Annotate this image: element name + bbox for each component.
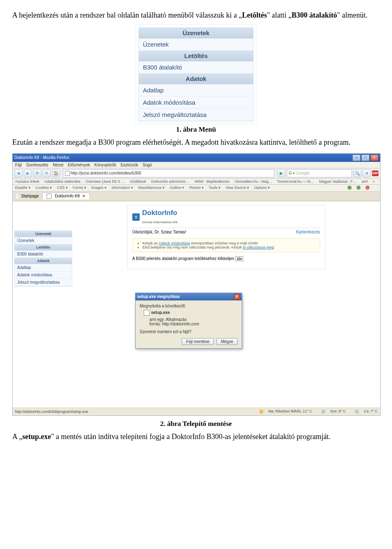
text-bold: Letöltés [242, 11, 267, 19]
text: A „ [12, 432, 22, 441]
bookmark-item[interactable]: Magyar Vadászat - F… [319, 179, 356, 184]
logo-row: ≡ DoktorInfo Orvosi Információs Kft. [132, 209, 320, 228]
sidebar-header-uzenetek: Üzenetek [15, 231, 72, 237]
check-ok-icon [356, 186, 361, 190]
dialog-titlebar: setup.exe megnyitása ✕ [136, 293, 242, 300]
para-menu-select: A bejelentkezés után a rendszer bal olda… [12, 11, 380, 20]
check-error-icon [365, 186, 370, 190]
window-maximize-button[interactable]: □ [361, 155, 370, 161]
tab-bar: 📄 Startpage DoktorInfo Kft ✕ [13, 192, 380, 201]
menu-item-adatok-modositasa[interactable]: Adatok módosítása [139, 96, 253, 109]
dialog-question: Szeretné menteni ezt a fájlt? [140, 329, 238, 334]
menu-header-letoltes: Letöltés [139, 51, 253, 61]
sidebar-item-jelszo[interactable]: Jelszó megváltoztatása [15, 279, 72, 286]
url-text: http://jozsi.doktorinfo.com/letoltes/b30… [71, 171, 141, 175]
dialog-title: setup.exe megnyitása [137, 294, 180, 299]
devbar-images[interactable]: Images ▾ [91, 186, 107, 190]
sidebar-item-adatok-modositasa[interactable]: Adatok módosítása [15, 271, 72, 279]
logout-link[interactable]: Kijelentkezés [296, 230, 320, 234]
devbar-viewsource[interactable]: View Source ▾ [225, 186, 249, 190]
bookmarks-toolbar: Asztalos linkek Adatküldési statisztika … [13, 179, 380, 185]
menu-item-uzenetek[interactable]: Üzenetek [139, 38, 253, 51]
window-title: DoktorInfo Kft - Mozilla Firefox [14, 155, 69, 160]
bookmark-item[interactable]: Torrent.eval.hu — M… [277, 179, 314, 184]
bookmark-item[interactable]: Adatküldési statisztika [45, 179, 81, 184]
notice-link-password[interactable]: itt változtassa meg! [243, 245, 274, 249]
download-instruction: A B300 jelentés átalakító program letölt… [132, 256, 320, 261]
devbar-outline[interactable]: Outline ▾ [169, 186, 184, 190]
search-input[interactable]: G ▾ Google [287, 169, 352, 177]
sun-icon [259, 410, 263, 414]
sidebar-item-adatlap[interactable]: Adatlap [15, 264, 72, 271]
menu-header-adatok: Adatok [139, 74, 253, 84]
search-button[interactable]: 🔍 [353, 169, 361, 177]
devbar-resize[interactable]: Resize ▾ [189, 186, 204, 190]
downloads-button[interactable]: ▾ [363, 169, 371, 177]
menu-item-jelszo[interactable]: Jelszó megváltoztatása [139, 109, 253, 121]
status-link: http://doktorinfo.com/b300program/setup.… [15, 410, 88, 414]
dialog-close-button[interactable]: ✕ [234, 294, 240, 300]
window-titlebar: DoktorInfo Kft - Mozilla Firefox ‒ □ × [13, 154, 380, 162]
dialog-filename: setup.exe [151, 310, 170, 315]
bookmark-item[interactable]: Útvonalterv.hu - Mag… [235, 179, 272, 184]
weather-wed: Sze: 8° C [317, 409, 346, 413]
window-close-button[interactable]: × [370, 155, 379, 161]
greeting-row: Üdvözöljük, Dr. Szász Tamás! Kijelentkez… [132, 230, 320, 234]
window-minimize-button[interactable]: ‒ [352, 155, 361, 161]
adblock-icon[interactable]: ABP [372, 170, 379, 176]
sidebar-item-uzenetek[interactable]: Üzenetek [15, 237, 72, 244]
figure-menu: Üzenetek Üzenetek Letöltés B300 átalakít… [138, 27, 254, 121]
save-file-button[interactable]: Fájl mentése [182, 338, 214, 345]
bookmark-item[interactable]: IWiW - Bejelentkezés [195, 179, 230, 184]
devbar-forms[interactable]: Forms ▾ [73, 186, 86, 190]
bookmark-item[interactable]: Overview (Java EE 5 … [86, 179, 125, 184]
startpage-button[interactable]: 📄 Startpage [15, 194, 39, 198]
main-panel: ≡ DoktorInfo Orvosi Információs Kft. Üdv… [127, 205, 325, 269]
weather-today: Ma: Részben felhős, 11° C [255, 409, 312, 413]
caption-figure-1: 1. ábra Menü [12, 125, 380, 134]
notice-line-2: Első belépése óta még nem változtatta me… [143, 245, 316, 249]
forward-button[interactable]: ► [24, 169, 32, 177]
logo-text: DoktorInfo [142, 209, 177, 217]
devbar-options[interactable]: Options ▾ [254, 186, 270, 190]
download-link-ide[interactable]: ide [235, 256, 243, 261]
devbar-misc[interactable]: Miscellaneous ▾ [138, 186, 165, 190]
sidebar-item-b300[interactable]: B300 átalakító [15, 251, 72, 258]
url-input[interactable]: http://jozsi.doktorinfo.com/letoltes/b30… [63, 169, 274, 177]
bookmark-item[interactable]: Asztalos linkek [15, 179, 40, 184]
devbar-information[interactable]: Information ▾ [111, 186, 133, 190]
menu-help[interactable]: Súgó [143, 163, 152, 167]
menu-edit[interactable]: Szerkesztés [26, 163, 48, 167]
devbar-tools[interactable]: Tools ▾ [209, 186, 220, 190]
reload-button[interactable]: ⟳ [33, 169, 41, 177]
tab-doktorinfo[interactable]: DoktorInfo Kft ✕ [42, 193, 90, 199]
dialog-buttons: Fájl mentése Mégse [140, 338, 238, 345]
bookmark-item[interactable]: Doktorinfo adminisztr… [151, 179, 190, 184]
devbar-disable[interactable]: Disable ▾ [15, 186, 31, 190]
cancel-button[interactable]: Mégse [216, 338, 238, 345]
back-button[interactable]: ◄ [14, 169, 22, 177]
bookmark-overflow[interactable]: » [373, 179, 375, 184]
devbar-css[interactable]: CSS ▾ [57, 186, 68, 190]
home-button[interactable]: 🏠 [52, 169, 60, 177]
bookmark-item[interactable]: aml [362, 179, 368, 184]
bookmark-item[interactable]: Vizállások [130, 179, 146, 184]
webdev-toolbar: Disable ▾ Cookies ▾ CSS ▾ Forms ▾ Images… [13, 185, 380, 192]
caption-figure-2: 2. ábra Telepítő mentése [12, 420, 380, 428]
notice-link-adatok[interactable]: Adatok módosítása [159, 241, 190, 245]
go-button[interactable]: ▶ [277, 169, 285, 177]
status-right: Ma: Részben felhős, 11° C Sze: 8° C Cs: … [251, 409, 378, 414]
tab-close-button[interactable]: ✕ [82, 194, 85, 198]
main-column: ≡ DoktorInfo Orvosi Információs Kft. Üdv… [72, 202, 380, 269]
menu-item-adatlap[interactable]: Adatlap [139, 84, 253, 96]
menu-history[interactable]: Előzmények [68, 163, 90, 167]
menu-item-b300[interactable]: B300 átalakító [139, 61, 253, 74]
stop-button[interactable]: ✕ [42, 169, 51, 177]
menu-file[interactable]: Fájl [15, 163, 22, 167]
dialog-body: Megnyitotta a következőt: setup.exe ami … [136, 300, 242, 348]
status-bar: http://doktorinfo.com/b300program/setup.… [13, 408, 380, 415]
menu-bookmarks[interactable]: Könyvjelzők [94, 163, 116, 167]
menu-tools[interactable]: Eszközök [120, 163, 138, 167]
menu-view[interactable]: Nézet [53, 163, 63, 167]
devbar-cookies[interactable]: Cookies ▾ [36, 186, 52, 190]
